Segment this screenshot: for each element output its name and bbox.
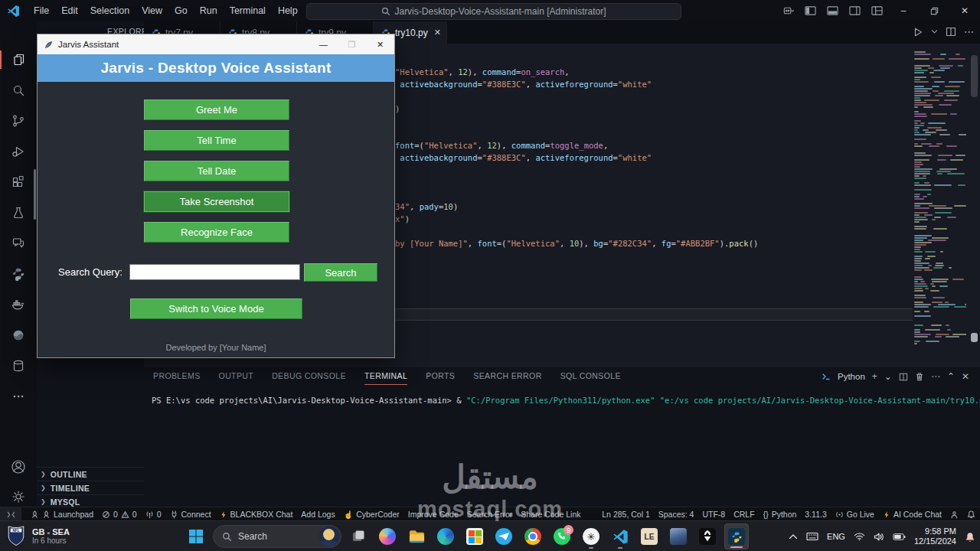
status-blackbox-chat[interactable]: BLACKBOX Chat bbox=[218, 510, 295, 519]
tab-close-icon[interactable]: ✕ bbox=[434, 28, 441, 37]
activity-search[interactable] bbox=[0, 75, 37, 106]
game-button[interactable] bbox=[666, 523, 691, 549]
status-go-live[interactable]: Go Live bbox=[834, 510, 876, 519]
panel-tab-debug-console[interactable]: DEBUG CONSOLE bbox=[272, 371, 346, 385]
jarvis-close-button[interactable]: ✕ bbox=[366, 34, 394, 54]
tray-clock[interactable]: 9:58 PM 12/15/2024 bbox=[914, 527, 956, 546]
status-ai-code-chat[interactable]: AI Code Chat bbox=[881, 510, 943, 519]
tell-date-button[interactable]: Tell Date bbox=[144, 161, 289, 181]
jarvis-python-app-button[interactable] bbox=[724, 523, 749, 549]
sidebar-scrollbar[interactable] bbox=[34, 169, 36, 220]
status-python-version[interactable]: 3.11.3 bbox=[803, 510, 828, 519]
assassins-creed-button[interactable] bbox=[695, 523, 720, 549]
status-launchpad[interactable]: Launchpad bbox=[29, 510, 95, 519]
jarvis-titlebar[interactable]: Jarvis Assistant — ❐ ✕ bbox=[38, 34, 394, 54]
search-query-input[interactable] bbox=[129, 264, 300, 280]
activity-run-debug[interactable] bbox=[0, 136, 37, 167]
menu-file[interactable]: File bbox=[28, 0, 55, 21]
panel-tab-search-error[interactable]: SEARCH ERROR bbox=[473, 371, 541, 385]
touch-keyboard-icon[interactable] bbox=[806, 532, 818, 541]
taskbar-search-box[interactable]: Search bbox=[213, 525, 341, 548]
tray-chevron-up-icon[interactable] bbox=[789, 533, 798, 540]
kill-terminal-icon[interactable] bbox=[915, 372, 924, 381]
activity-python[interactable] bbox=[0, 259, 37, 289]
editor-scrollbar-thumb[interactable] bbox=[971, 333, 978, 342]
volume-icon[interactable] bbox=[874, 532, 884, 542]
battery-icon[interactable] bbox=[893, 533, 906, 541]
status-eol[interactable]: CRLF bbox=[732, 510, 756, 519]
terminal-shell-label[interactable]: Python bbox=[838, 372, 865, 381]
maximize-panel-icon[interactable]: ⌃ bbox=[947, 371, 955, 382]
jarvis-minimize-button[interactable]: — bbox=[309, 34, 338, 54]
copilot-button[interactable] bbox=[375, 523, 400, 549]
task-view-button[interactable] bbox=[346, 523, 371, 549]
activity-explorer[interactable] bbox=[0, 44, 37, 75]
panel-tab-problems[interactable]: PROBLEMS bbox=[153, 371, 201, 385]
menu-selection[interactable]: Selection bbox=[84, 0, 136, 21]
activity-browser-tools[interactable] bbox=[0, 320, 37, 350]
menu-run[interactable]: Run bbox=[194, 0, 224, 21]
status-share-code-link[interactable]: Share Code Link bbox=[519, 510, 582, 519]
status-cybercoder[interactable]: ☝ CyberCoder bbox=[342, 510, 401, 519]
command-center-search[interactable]: Jarvis-Desktop-Voice-Assistant-main [Adm… bbox=[306, 3, 681, 20]
status-cursor-position[interactable]: Ln 285, Col 1 bbox=[600, 510, 651, 519]
split-editor-icon[interactable] bbox=[946, 27, 956, 37]
search-highlight-moon-art[interactable] bbox=[319, 527, 339, 546]
status-accessibility[interactable] bbox=[949, 510, 960, 519]
editor-more-actions-icon[interactable]: ⋯ bbox=[964, 26, 974, 37]
status-language-mode[interactable]: {}Python bbox=[762, 510, 799, 519]
start-button[interactable] bbox=[184, 523, 208, 549]
status-notifications[interactable] bbox=[965, 510, 977, 519]
status-errors[interactable]: 0 0 bbox=[100, 510, 139, 519]
toggle-panel-icon[interactable] bbox=[827, 5, 838, 16]
split-terminal-icon[interactable] bbox=[899, 373, 908, 381]
activity-testing[interactable] bbox=[0, 197, 37, 228]
recognize-face-button[interactable]: Recognize Face bbox=[144, 222, 289, 243]
panel-more-icon[interactable]: ⋯ bbox=[931, 371, 940, 382]
activity-extensions[interactable] bbox=[0, 167, 37, 197]
switch-voice-mode-button[interactable]: Switch to Voice Mode bbox=[130, 298, 302, 319]
window-minimize-button[interactable]: – bbox=[888, 0, 919, 21]
menu-help[interactable]: Help bbox=[272, 0, 304, 21]
toggle-sidebar-icon[interactable] bbox=[805, 5, 816, 16]
input-language[interactable]: ENG bbox=[827, 532, 845, 541]
jarvis-search-button[interactable]: Search bbox=[304, 263, 377, 282]
tell-time-button[interactable]: Tell Time bbox=[144, 130, 289, 151]
le-app-button[interactable]: LE bbox=[637, 523, 662, 549]
account-icon[interactable] bbox=[0, 452, 37, 482]
chrome-button[interactable] bbox=[521, 523, 545, 549]
vscode-button[interactable] bbox=[608, 523, 632, 549]
panel-tab-ports[interactable]: PORTS bbox=[426, 371, 455, 385]
weather-widget[interactable]: NFL GB - SEA In 6 hours bbox=[6, 524, 70, 547]
notification-bell-icon[interactable] bbox=[965, 531, 975, 543]
copilot-icon[interactable] bbox=[782, 5, 794, 17]
window-close-button[interactable]: ✕ bbox=[949, 0, 980, 21]
close-panel-icon[interactable]: ✕ bbox=[962, 371, 969, 382]
status-search-error[interactable]: Search Error bbox=[466, 510, 514, 519]
chatgpt-button[interactable]: ✳ bbox=[579, 523, 603, 549]
telegram-button[interactable] bbox=[492, 523, 516, 549]
status-connect[interactable]: Connect bbox=[168, 510, 213, 519]
run-python-file-icon[interactable] bbox=[913, 27, 923, 37]
menu-edit[interactable]: Edit bbox=[55, 0, 84, 21]
activity-more[interactable] bbox=[0, 381, 37, 412]
menu-view[interactable]: View bbox=[136, 0, 168, 21]
activity-database[interactable] bbox=[0, 350, 37, 381]
greet-me-button[interactable]: Greet Me bbox=[144, 99, 289, 120]
status-improve-code[interactable]: Improve Code bbox=[407, 510, 460, 519]
activity-chat[interactable] bbox=[0, 228, 37, 259]
file-explorer-button[interactable] bbox=[404, 523, 429, 549]
window-restore-button[interactable] bbox=[919, 0, 949, 21]
status-encoding[interactable]: UTF-8 bbox=[701, 510, 727, 519]
status-indentation[interactable]: Spaces: 4 bbox=[657, 510, 696, 519]
activity-docker[interactable] bbox=[0, 289, 37, 320]
whatsapp-button[interactable]: 9 bbox=[550, 523, 574, 549]
menu-terminal[interactable]: Terminal bbox=[224, 0, 272, 21]
status-ports[interactable]: 0 bbox=[144, 510, 163, 519]
toggle-secondary-sidebar-icon[interactable] bbox=[849, 5, 861, 16]
customize-layout-icon[interactable] bbox=[871, 5, 883, 16]
sidebar-section-timeline[interactable]: ❯ TIMELINE bbox=[37, 481, 144, 494]
panel-tab-sql-console[interactable]: SQL CONSOLE bbox=[560, 371, 621, 385]
menu-go[interactable]: Go bbox=[168, 0, 194, 21]
terminal-command-line[interactable]: PS E:\vs code projects\AI\Jarvis-Desktop… bbox=[152, 396, 980, 405]
